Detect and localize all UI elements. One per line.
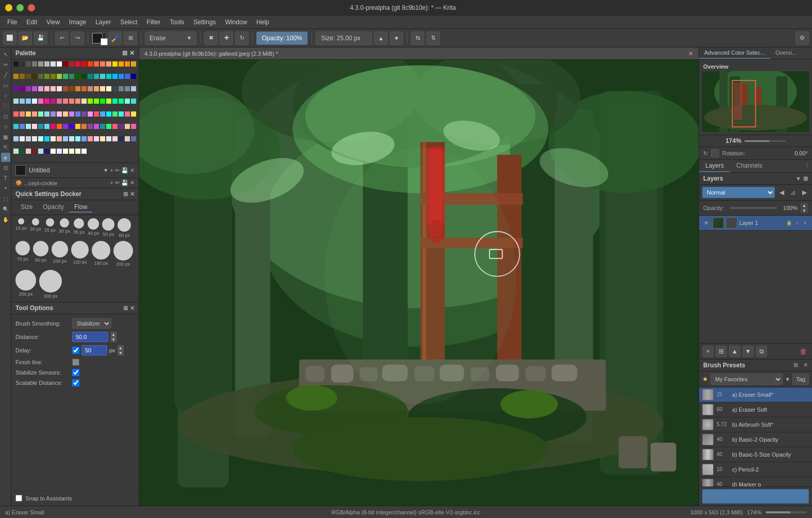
palette-color-cell[interactable]	[106, 86, 111, 91]
menu-filter[interactable]: Filter	[143, 18, 165, 27]
tool-line[interactable]: ╱	[1, 70, 10, 79]
scalable-distance-checkbox[interactable]	[72, 379, 79, 386]
palette-color-cell[interactable]	[75, 111, 80, 117]
tool-transform[interactable]: ⇱	[1, 142, 10, 152]
palette-color-cell[interactable]	[106, 61, 111, 67]
palette-color-cell[interactable]	[26, 61, 31, 67]
brush-size-item[interactable]: 60 px	[118, 218, 131, 238]
brush-list-item[interactable]: 25 a) Eraser Small*	[699, 387, 812, 402]
palette-color-cell[interactable]	[81, 99, 87, 104]
tool-text[interactable]: T	[1, 173, 10, 183]
cookie-add-icon[interactable]: +	[110, 180, 113, 186]
erase-toggle-button[interactable]: ✖	[204, 31, 218, 45]
palette-color-cell[interactable]	[32, 86, 37, 91]
palette-color-cell[interactable]	[119, 136, 124, 141]
brush-list-item[interactable]: 10 c) Pencil-2	[699, 462, 812, 477]
palette-color-cell[interactable]	[69, 136, 74, 141]
blend-mode-filter-icon[interactable]: ⊿	[788, 187, 798, 198]
palette-color-cell[interactable]	[106, 74, 111, 79]
palette-color-cell[interactable]	[38, 124, 43, 129]
brush-add-icon[interactable]: +	[110, 167, 113, 174]
blend-mode-select[interactable]: Normal Multiply Screen Overlay	[702, 187, 775, 198]
palette-color-cell[interactable]	[75, 74, 80, 79]
palette-color-cell[interactable]	[75, 99, 80, 104]
brush-presets-options-icon[interactable]: ⊞	[793, 362, 798, 368]
palette-color-cell[interactable]	[13, 74, 19, 79]
palette-color-cell[interactable]	[32, 74, 37, 79]
palette-color-cell[interactable]	[32, 99, 37, 104]
layer-group-button[interactable]: ⊞	[716, 346, 727, 357]
palette-color-cell[interactable]	[125, 124, 130, 129]
palette-color-cell[interactable]	[63, 124, 68, 129]
layers-search-icon[interactable]: ⊞	[803, 175, 808, 182]
palette-color-cell[interactable]	[112, 99, 118, 104]
palette-color-cell[interactable]	[44, 86, 49, 91]
palette-color-cell[interactable]	[32, 149, 37, 154]
palette-color-cell[interactable]	[94, 136, 99, 141]
layer-item-1[interactable]: 👁 Layer 1 🔒 α ⬇	[699, 216, 812, 231]
brush-list-item[interactable]: 5.72 b) Airbrush Soft*	[699, 417, 812, 432]
zoom-slider[interactable]	[744, 140, 786, 142]
brush-size-item[interactable]: 30 px	[59, 218, 70, 238]
palette-color-cell[interactable]	[13, 136, 19, 141]
palette-color-cell[interactable]	[81, 136, 87, 141]
palette-color-cell[interactable]	[44, 111, 49, 117]
brush-size-item[interactable]: 250 px	[15, 270, 36, 299]
palette-color-cell[interactable]	[75, 149, 80, 154]
palette-color-cell[interactable]	[88, 99, 93, 104]
palette-color-cell[interactable]	[57, 149, 62, 154]
palette-color-cell[interactable]	[131, 111, 136, 117]
mirror-h-button[interactable]: ⇆	[411, 31, 424, 45]
palette-color-cell[interactable]	[57, 74, 62, 79]
palette-color-cell[interactable]	[57, 99, 62, 104]
palette-color-cell[interactable]	[51, 74, 56, 79]
palette-color-cell[interactable]	[75, 61, 80, 67]
menu-settings[interactable]: Settings	[189, 18, 220, 27]
palette-color-cell[interactable]	[106, 111, 111, 117]
palette-color-cell[interactable]	[125, 111, 130, 117]
brush-delete-icon[interactable]: ✕	[130, 167, 135, 174]
palette-color-cell[interactable]	[32, 124, 37, 129]
palette-color-cell[interactable]	[38, 86, 43, 91]
undo-button[interactable]: ↩	[55, 31, 69, 45]
erase-mode-dropdown[interactable]: Erase ▼	[145, 31, 196, 45]
palette-color-cell[interactable]	[112, 74, 118, 79]
canvas-area[interactable]: 4.3.0-prealpha (git 8c9b10e): galteed.jp…	[139, 47, 699, 506]
palette-color-cell[interactable]	[26, 149, 31, 154]
brush-presets-close-icon[interactable]: ✕	[803, 362, 808, 368]
palette-color-cell[interactable]	[69, 74, 74, 79]
palette-color-cell[interactable]	[112, 61, 118, 67]
brush-size-item[interactable]: 300 px	[39, 270, 62, 299]
tool-eraser[interactable]: ◻	[1, 111, 10, 121]
palette-color-cell[interactable]	[26, 111, 31, 117]
palette-color-cell[interactable]	[57, 111, 62, 117]
palette-color-cell[interactable]	[13, 124, 19, 129]
tool-zoom[interactable]: 🔍	[1, 204, 10, 214]
layers-options-icon[interactable]: ⋮	[802, 160, 812, 172]
qs-tab-opacity[interactable]: Opacity	[38, 202, 69, 213]
menu-image[interactable]: Image	[65, 18, 90, 27]
layers-tab-layers[interactable]: Layers	[699, 160, 730, 172]
foreground-color-indicator[interactable]	[15, 165, 26, 175]
palette-color-cell[interactable]	[119, 74, 124, 79]
palette-color-cell[interactable]	[44, 74, 49, 79]
brush-size-item[interactable]: 50 px	[102, 218, 114, 238]
layer-alpha-lock-icon[interactable]: α	[793, 219, 801, 226]
layer-duplicate-button[interactable]: ⧉	[756, 346, 767, 357]
palette-color-cell[interactable]	[32, 111, 37, 117]
brush-size-item[interactable]: 160 px	[92, 241, 110, 267]
palette-color-cell[interactable]	[63, 99, 68, 104]
cookie-delete-icon[interactable]: ✕	[130, 180, 135, 186]
palette-color-cell[interactable]	[20, 86, 25, 91]
palette-color-cell[interactable]	[32, 136, 37, 141]
palette-color-cell[interactable]	[13, 86, 19, 91]
palette-color-cell[interactable]	[20, 111, 25, 117]
palette-color-cell[interactable]	[51, 99, 56, 104]
tool-options-options-icon[interactable]: ⊞	[123, 305, 128, 312]
toolbar-config-button[interactable]: ⚙	[796, 31, 809, 45]
favorites-dropdown-icon[interactable]: ▼	[785, 376, 790, 382]
palette-color-cell[interactable]	[51, 149, 56, 154]
cookie-save-icon[interactable]: 💾	[121, 180, 128, 186]
palette-color-cell[interactable]	[100, 111, 105, 117]
palette-color-cell[interactable]	[51, 111, 56, 117]
